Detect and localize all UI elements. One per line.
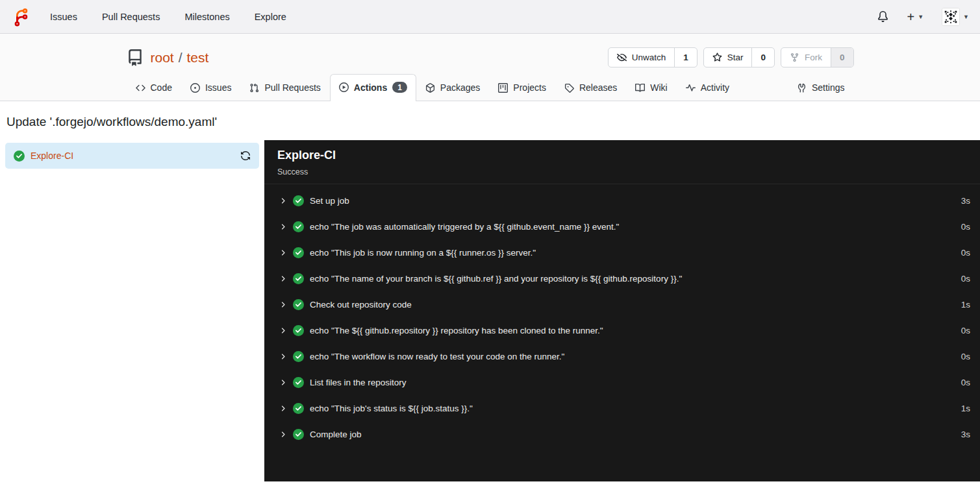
- unwatch-button[interactable]: Unwatch: [609, 48, 675, 67]
- nav-milestones[interactable]: Milestones: [184, 12, 229, 22]
- tag-icon: [564, 83, 574, 93]
- tab-pull-requests[interactable]: Pull Requests: [240, 75, 329, 101]
- tab-releases[interactable]: Releases: [555, 75, 626, 101]
- step-row[interactable]: Set up job 3s: [264, 188, 980, 213]
- tab-settings[interactable]: Settings: [788, 75, 854, 101]
- top-navbar: Issues Pull Requests Milestones Explore …: [0, 0, 980, 34]
- job-name: Explore-CI: [31, 151, 73, 161]
- watchers-count[interactable]: 1: [674, 48, 697, 67]
- tab-packages[interactable]: Packages: [416, 75, 489, 101]
- steps-list: Set up job 3s echo "The job was automati…: [264, 184, 980, 447]
- unwatch-button-group: Unwatch 1: [608, 47, 697, 67]
- step-name: Check out repository code: [310, 300, 412, 310]
- tab-projects[interactable]: Projects: [489, 75, 555, 101]
- step-name: List files in the repository: [310, 378, 407, 387]
- chevron-right-icon: [279, 430, 287, 439]
- chevron-right-icon: [279, 378, 287, 387]
- tools-icon: [797, 83, 807, 93]
- tab-issues[interactable]: Issues: [181, 75, 240, 101]
- repo-header: root / test Unwatch 1 Star 0: [0, 34, 980, 101]
- tab-label: Projects: [513, 82, 546, 93]
- pulse-icon: [686, 83, 696, 93]
- chevron-right-icon: [279, 274, 287, 283]
- chevron-right-icon: [279, 326, 287, 335]
- success-check-icon: [293, 325, 304, 336]
- star-button[interactable]: Star: [704, 48, 752, 67]
- success-check-icon: [293, 377, 304, 388]
- star-label: Star: [727, 53, 744, 62]
- repo-icon: [127, 49, 144, 66]
- success-check-icon: [293, 273, 304, 284]
- git-pull-request-icon: [249, 83, 259, 93]
- step-row[interactable]: echo "The ${{ github.repository }} repos…: [264, 317, 980, 343]
- success-check-icon: [293, 351, 304, 362]
- chevron-right-icon: [279, 249, 287, 257]
- tab-activity[interactable]: Activity: [677, 75, 738, 101]
- job-item-explore-ci[interactable]: Explore-CI: [5, 143, 259, 169]
- repo-tabs: Code Issues Pull Requests Actions 1 Pack…: [127, 74, 854, 101]
- stars-count[interactable]: 0: [751, 48, 774, 67]
- forks-count[interactable]: 0: [831, 48, 853, 67]
- success-check-icon: [14, 151, 25, 162]
- forgejo-logo-icon[interactable]: [11, 7, 31, 27]
- tab-code[interactable]: Code: [127, 75, 181, 101]
- step-duration: 0s: [961, 248, 970, 258]
- step-row[interactable]: Complete job 3s: [264, 421, 980, 447]
- tab-wiki[interactable]: Wiki: [626, 75, 676, 101]
- tab-label: Issues: [205, 82, 231, 93]
- step-row[interactable]: Check out repository code 1s: [264, 291, 980, 317]
- success-check-icon: [293, 221, 304, 232]
- step-row[interactable]: echo "This job's status is ${{ job.statu…: [264, 395, 980, 421]
- fork-button[interactable]: Fork: [781, 48, 831, 67]
- tab-actions[interactable]: Actions 1: [330, 74, 416, 101]
- tab-label: Actions: [354, 82, 387, 93]
- step-duration: 3s: [961, 196, 970, 206]
- success-check-icon: [293, 429, 304, 440]
- project-board-icon: [498, 83, 508, 93]
- step-row[interactable]: echo "The name of your branch is ${{ git…: [264, 265, 980, 291]
- create-new-button[interactable]: + ▼: [907, 10, 923, 23]
- nav-explore[interactable]: Explore: [255, 12, 286, 22]
- step-row[interactable]: List files in the repository 0s: [264, 369, 980, 395]
- workflow-run-view: Explore-CI Explore-CI Success Set up job…: [0, 140, 980, 481]
- package-icon: [425, 83, 435, 93]
- step-row[interactable]: echo "The workflow is now ready to test …: [264, 343, 980, 369]
- success-check-icon: [293, 247, 304, 258]
- chevron-down-icon: ▼: [918, 14, 923, 20]
- nav-pull-requests[interactable]: Pull Requests: [102, 12, 160, 22]
- job-log-panel: Explore-CI Success Set up job 3s echo "T…: [264, 140, 980, 481]
- repo-separator: /: [179, 50, 182, 66]
- step-name: echo "This job is now running on a ${{ r…: [310, 248, 536, 258]
- tab-label: Settings: [812, 82, 845, 93]
- step-duration: 1s: [961, 300, 970, 310]
- step-name: echo "The ${{ github.repository }} repos…: [310, 326, 603, 335]
- success-check-icon: [293, 299, 304, 310]
- step-duration: 0s: [961, 274, 970, 284]
- step-duration: 3s: [961, 430, 970, 439]
- step-duration: 0s: [961, 326, 970, 335]
- unwatch-label: Unwatch: [632, 53, 666, 62]
- step-duration: 0s: [961, 352, 970, 361]
- tab-label: Code: [151, 82, 172, 93]
- fork-button-group: Fork 0: [781, 47, 854, 67]
- chevron-right-icon: [279, 300, 287, 309]
- rerun-job-icon[interactable]: [240, 151, 251, 161]
- repo-name-link[interactable]: test: [187, 50, 209, 66]
- avatar: [942, 8, 960, 26]
- tab-label: Wiki: [650, 82, 667, 93]
- step-name: echo "The name of your branch is ${{ git…: [310, 274, 682, 284]
- step-duration: 1s: [961, 404, 970, 413]
- nav-issues[interactable]: Issues: [50, 12, 77, 22]
- code-icon: [136, 83, 145, 93]
- step-name: echo "This job's status is ${{ job.statu…: [310, 404, 473, 413]
- star-button-group: Star 0: [703, 47, 775, 67]
- user-menu-button[interactable]: ▼: [942, 8, 969, 26]
- step-row[interactable]: echo "This job is now running on a ${{ r…: [264, 239, 980, 265]
- notifications-bell-icon[interactable]: [877, 11, 888, 22]
- eye-closed-icon: [617, 53, 627, 62]
- repo-owner-link[interactable]: root: [151, 50, 174, 66]
- step-duration: 0s: [961, 378, 970, 387]
- step-row[interactable]: echo "The job was automatically triggere…: [264, 213, 980, 239]
- page-title: Update '.forgejo/workflows/demo.yaml': [0, 101, 980, 140]
- chevron-right-icon: [279, 352, 287, 361]
